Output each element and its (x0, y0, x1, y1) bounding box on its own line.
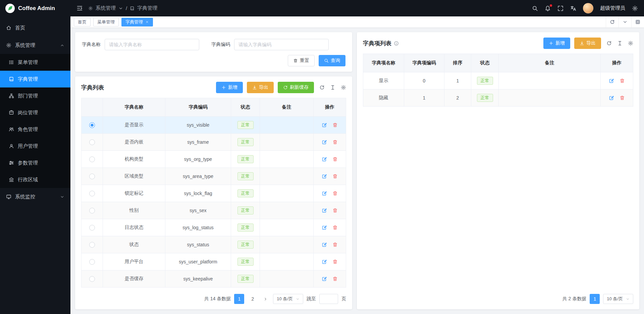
export-dict-button[interactable]: 导出 (247, 82, 274, 93)
fullscreen-icon[interactable] (557, 5, 564, 11)
dict-code-input[interactable] (234, 39, 329, 50)
next-page-button[interactable] (261, 294, 270, 304)
delete-icon[interactable] (332, 259, 338, 264)
notification-bell-button[interactable] (545, 5, 551, 11)
edit-icon[interactable] (322, 242, 327, 247)
table-row[interactable]: 隐藏 1 2 正常 (363, 89, 633, 107)
edit-icon[interactable] (322, 174, 327, 179)
row-radio[interactable] (89, 242, 95, 248)
tab-home[interactable]: 首页 (74, 18, 91, 26)
avatar[interactable] (583, 3, 593, 13)
sidebar-group-system[interactable]: 系统管理 (0, 37, 70, 54)
item-row-sort: 1 (444, 72, 471, 89)
refresh-tabs-button[interactable] (606, 16, 619, 27)
table-settings-gear-icon[interactable] (628, 41, 633, 46)
add-dict-button[interactable]: 新增 (216, 82, 243, 93)
sidebar-item-user-management[interactable]: 用户管理 (0, 138, 70, 154)
dict-name-input[interactable] (105, 39, 199, 50)
page-button-1[interactable]: 1 (590, 294, 600, 304)
current-user-name[interactable]: 超级管理员 (600, 5, 625, 11)
delete-icon[interactable] (332, 122, 338, 128)
table-row[interactable]: 区域类型 sys_area_type 正常 (82, 168, 346, 185)
refresh-table-icon[interactable] (319, 85, 325, 90)
delete-icon[interactable] (332, 208, 338, 213)
edit-icon[interactable] (322, 122, 327, 128)
refresh-cache-button[interactable]: 刷新缓存 (278, 82, 314, 93)
sidebar-item-menu-management[interactable]: 菜单管理 (0, 54, 70, 71)
edit-icon[interactable] (609, 95, 614, 101)
translate-icon[interactable] (570, 5, 576, 11)
table-row[interactable]: 锁定标记 sys_lock_flag 正常 (82, 185, 346, 202)
tab-actions-dropdown[interactable] (619, 16, 631, 27)
search-icon[interactable] (532, 5, 538, 11)
tab-menu-management[interactable]: 菜单管理 (93, 18, 119, 26)
export-dict-item-button[interactable]: 导出 (574, 38, 601, 49)
edit-icon[interactable] (322, 156, 327, 162)
row-radio[interactable] (89, 191, 95, 196)
add-dict-item-button[interactable]: 新增 (543, 38, 570, 49)
query-button[interactable]: 查询 (319, 55, 345, 66)
status-cell: 正常 (231, 219, 260, 236)
row-radio[interactable] (89, 259, 95, 265)
table-row[interactable]: 日志状态 sys_log_status 正常 (82, 219, 346, 236)
page-button-1[interactable]: 1 (234, 294, 244, 304)
tab-dict-management[interactable]: 字典管理 (121, 18, 153, 26)
info-icon[interactable] (394, 41, 399, 46)
table-row[interactable]: 是否缓存 sys_keepalive 正常 (82, 270, 346, 288)
content-fullscreen-button[interactable] (631, 16, 644, 27)
delete-icon[interactable] (620, 78, 625, 83)
edit-icon[interactable] (322, 191, 327, 196)
table-settings-gear-icon[interactable] (341, 85, 346, 90)
edit-icon[interactable] (322, 139, 327, 145)
table-row[interactable]: 用户平台 sys_user_platform 正常 (82, 253, 346, 270)
row-radio[interactable] (89, 208, 95, 213)
close-icon[interactable] (145, 20, 149, 24)
sidebar-item-admin-region[interactable]: 行政区域 (0, 171, 70, 188)
delete-icon[interactable] (332, 191, 338, 196)
delete-icon[interactable] (332, 225, 338, 230)
row-radio[interactable] (89, 174, 95, 179)
table-row[interactable]: 机构类型 sys_org_type 正常 (82, 151, 346, 168)
sidebar-item-param-management[interactable]: 参数管理 (0, 154, 70, 171)
breadcrumb-root[interactable]: 系统管理 (96, 5, 116, 11)
row-radio[interactable] (89, 122, 95, 128)
reset-button[interactable]: 重置 (288, 55, 315, 66)
edit-icon[interactable] (322, 208, 327, 213)
page-size-select[interactable]: 10 条/页 (603, 294, 633, 304)
sidebar-item-role-management[interactable]: 角色管理 (0, 121, 70, 138)
jump-page-input[interactable] (319, 294, 338, 304)
sidebar-item-post-management[interactable]: 岗位管理 (0, 104, 70, 121)
table-row[interactable]: 状态 sys_status 正常 (82, 236, 346, 253)
sidebar-item-dict-management[interactable]: 字典管理 (0, 71, 70, 87)
settings-gear-icon[interactable] (632, 5, 638, 11)
page-button-2[interactable]: 2 (248, 294, 258, 304)
sidebar-group-monitor[interactable]: 系统监控 (0, 188, 70, 205)
delete-icon[interactable] (332, 156, 338, 162)
delete-icon[interactable] (332, 174, 338, 179)
column-settings-icon[interactable] (330, 85, 335, 90)
sidebar-item-home[interactable]: 首页 (0, 19, 70, 37)
table-row[interactable]: 性别 sys_sex 正常 (82, 202, 346, 219)
row-radio[interactable] (89, 156, 95, 162)
delete-icon[interactable] (332, 276, 338, 281)
main-area: 系统管理 / 字典管理 超级管理员 首页 (70, 0, 644, 314)
column-settings-icon[interactable] (617, 41, 623, 46)
edit-icon[interactable] (322, 259, 327, 264)
row-radio[interactable] (89, 225, 95, 231)
table-row[interactable]: 显示 0 1 正常 (363, 72, 633, 89)
page-size-select[interactable]: 10 条/页 (273, 294, 303, 304)
collapse-sidebar-button[interactable] (76, 5, 83, 11)
edit-icon[interactable] (322, 225, 327, 230)
row-radio[interactable] (89, 139, 95, 145)
row-radio[interactable] (89, 276, 95, 282)
edit-icon[interactable] (322, 276, 327, 281)
delete-icon[interactable] (332, 242, 338, 247)
table-row[interactable]: 是否内嵌 sys_frame 正常 (82, 134, 346, 151)
sidebar-item-dept-management[interactable]: 部门管理 (0, 87, 70, 104)
brand[interactable]: Coffee Admin (0, 0, 70, 16)
refresh-table-icon[interactable] (606, 41, 612, 46)
edit-icon[interactable] (609, 78, 614, 83)
table-row[interactable]: 是否显示 sys_visible 正常 (82, 117, 346, 134)
delete-icon[interactable] (332, 139, 338, 145)
delete-icon[interactable] (620, 95, 625, 101)
